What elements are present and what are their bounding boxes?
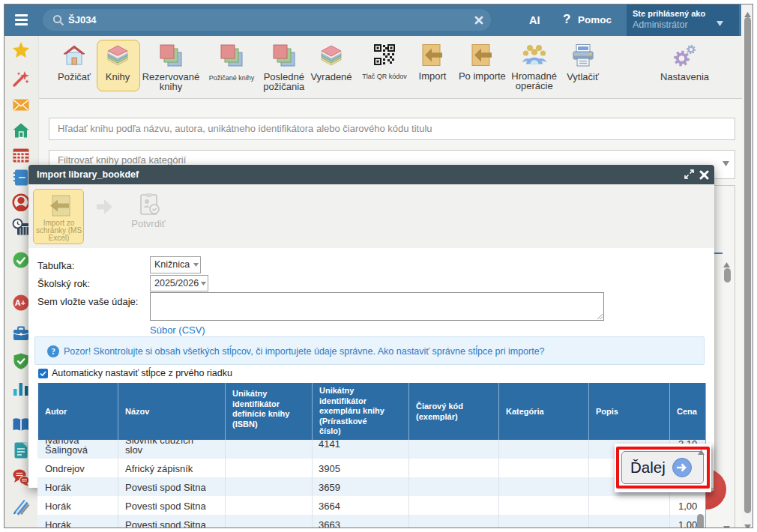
svg-text:?: ? [51,347,55,356]
svg-text:A+: A+ [15,298,25,307]
